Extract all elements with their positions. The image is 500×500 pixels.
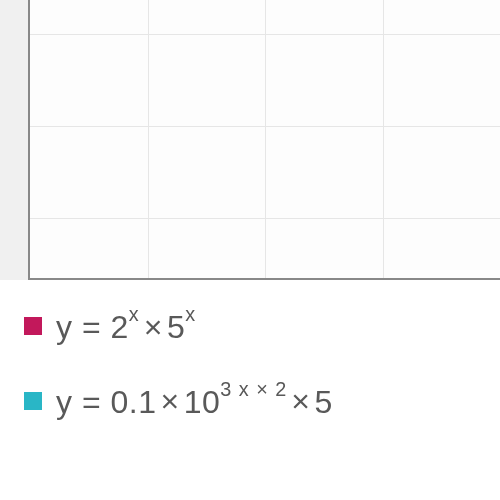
formula-exponent: x xyxy=(129,303,140,325)
x-axis xyxy=(30,278,500,280)
series-formula: y = 0.1×103 x × 2×5 xyxy=(56,385,333,418)
formula-text: y = 2 xyxy=(56,309,129,345)
series-formula: y = 2x×5x xyxy=(56,310,196,343)
legend: y = 2x×5x y = 0.1×103 x × 2×5 xyxy=(0,280,500,427)
formula-text: 5 xyxy=(315,383,333,419)
legend-item-2[interactable]: y = 0.1×103 x × 2×5 xyxy=(24,385,476,418)
formula-exponent: 3 x × 2 xyxy=(220,378,287,400)
plot-grid[interactable] xyxy=(30,0,500,280)
formula-text: 5 xyxy=(167,309,185,345)
y-axis xyxy=(0,0,30,280)
multiply-symbol: × xyxy=(156,383,183,419)
formula-text: y = 0.1 xyxy=(56,383,156,419)
formula-text: 10 xyxy=(184,383,221,419)
multiply-symbol: × xyxy=(287,383,314,419)
multiply-symbol: × xyxy=(140,309,167,345)
series-swatch-icon xyxy=(24,392,42,410)
formula-exponent: x xyxy=(185,303,196,325)
chart-grid-area xyxy=(0,0,500,280)
series-swatch-icon xyxy=(24,317,42,335)
legend-item-1[interactable]: y = 2x×5x xyxy=(24,310,476,343)
